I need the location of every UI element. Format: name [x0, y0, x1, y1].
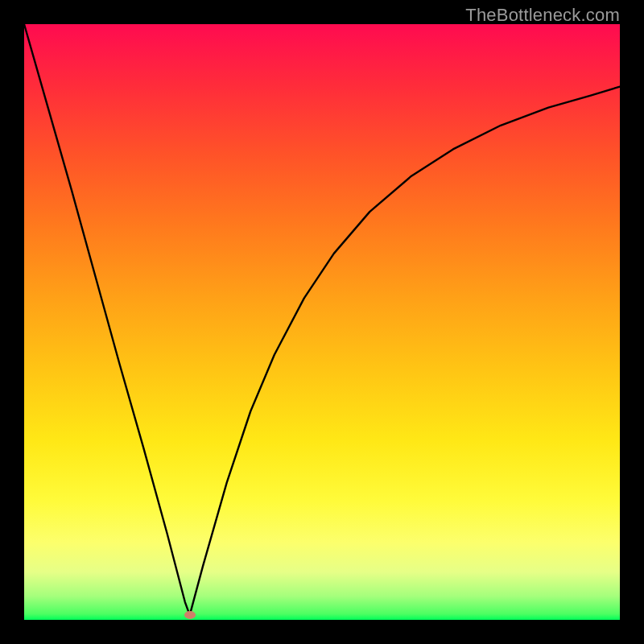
chart-stage: TheBottleneck.com [0, 0, 644, 644]
plot-area [24, 24, 620, 620]
bottleneck-curve [24, 24, 620, 620]
curve-path [24, 24, 620, 615]
watermark-text: TheBottleneck.com [465, 5, 620, 26]
minimum-marker [184, 611, 196, 619]
